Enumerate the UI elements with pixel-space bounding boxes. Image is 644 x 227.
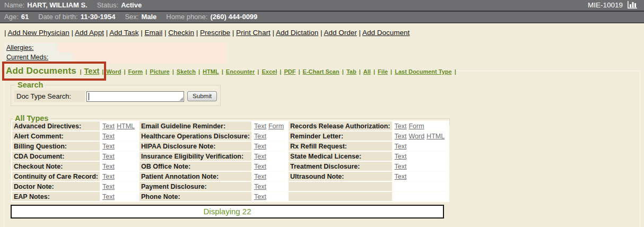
doc-type-label: CDA Document:: [12, 152, 100, 161]
allergies-link[interactable]: Allergies:: [6, 44, 33, 51]
doc-action-link-text[interactable]: Text: [102, 143, 115, 150]
doc-action-link-text[interactable]: Text: [254, 173, 266, 180]
quick-link-checkin[interactable]: Checkin: [168, 29, 194, 37]
doc-action-link-text[interactable]: Text: [254, 163, 266, 170]
quick-link-add-document[interactable]: Add Document: [362, 29, 410, 37]
separator: |: [453, 68, 456, 75]
doc-action-link-text[interactable]: Text: [102, 133, 115, 140]
doc-type-label: Advanced Directives:: [12, 121, 100, 130]
type-link-pdf[interactable]: PDF: [284, 68, 295, 75]
doc-type-label: Insurance Eligibility Verification:: [140, 152, 251, 161]
doc-action-link-text[interactable]: Text: [254, 193, 266, 200]
doc-action-link-text[interactable]: Text: [395, 163, 407, 170]
separator: |: [271, 29, 276, 37]
quick-link-print-chart[interactable]: Print Chart: [236, 29, 271, 37]
quick-link-add-new-physician[interactable]: Add New Physician: [8, 29, 69, 37]
type-link-sketch[interactable]: Sketch: [177, 68, 196, 75]
doc-type-label: Email Guideline Reminder:: [140, 121, 251, 130]
doc-action-link-text[interactable]: Text: [395, 123, 407, 130]
doc-type-label: Ultrasound Note:: [289, 172, 391, 181]
doc-action-link-text[interactable]: Text: [102, 183, 115, 190]
submit-button[interactable]: Submit: [187, 91, 217, 101]
doc-action-link-form[interactable]: Form: [408, 123, 424, 130]
type-link-all[interactable]: All: [363, 68, 371, 75]
doc-action-link-html[interactable]: HTML: [117, 123, 135, 130]
doc-action-link-text[interactable]: Text: [254, 143, 266, 150]
bar-chart-icon[interactable]: [627, 1, 639, 10]
age-value: 61: [21, 13, 29, 21]
doc-type-actions: TextWordHTML: [393, 132, 449, 141]
quick-link-add-order[interactable]: Add Order: [324, 29, 356, 37]
doc-type-search-input[interactable]: [86, 91, 184, 102]
doc-type-label: [289, 192, 391, 201]
table-row: Advanced Directives:TextHTMLEmail Guidel…: [12, 121, 448, 130]
doc-action-link-text[interactable]: Text: [395, 133, 407, 140]
type-link-excel[interactable]: Excel: [262, 68, 277, 75]
doc-action-link-text[interactable]: Text: [395, 143, 407, 150]
type-link-tab[interactable]: Tab: [346, 68, 356, 75]
doc-action-link-word[interactable]: Word: [408, 133, 424, 140]
separator: |: [341, 68, 345, 75]
resize-grip[interactable]: [179, 97, 183, 101]
search-row: Doc Type Search: Submit: [14, 91, 217, 102]
patient-name: HART, WILLIAM S.: [27, 1, 87, 9]
type-link-form[interactable]: Form: [128, 68, 143, 75]
separator: |: [357, 29, 362, 37]
doc-type-label: [289, 182, 391, 191]
doc-type-label: Healthcare Operations Disclosure:: [140, 132, 251, 141]
doc-action-link-text[interactable]: Text: [395, 153, 407, 160]
chart-id: MIE-10019: [588, 1, 623, 9]
separator: |: [372, 68, 377, 75]
type-link-text[interactable]: Text: [84, 67, 100, 75]
text-caret: [89, 93, 89, 100]
doc-action-link-text[interactable]: Text: [254, 133, 266, 140]
table-row: Continuity of Care Record:TextPatient An…: [12, 172, 448, 181]
type-link-html[interactable]: HTML: [203, 68, 219, 75]
doc-action-link-html[interactable]: HTML: [427, 133, 445, 140]
doc-type-label: Doctor Note:: [12, 182, 100, 191]
current-meds-row: Current Meds:: [4, 53, 226, 62]
quick-link-add-appt[interactable]: Add Appt: [75, 29, 104, 37]
doc-type-actions: Text: [253, 172, 288, 181]
separator: |: [318, 29, 324, 37]
doc-types-tbody: Advanced Directives:TextHTMLEmail Guidel…: [12, 121, 448, 201]
doc-type-actions: Text: [101, 132, 138, 141]
separator: |: [256, 68, 260, 75]
type-link-last-document-type[interactable]: Last Document Type: [395, 68, 451, 75]
doc-action-link-text[interactable]: Text: [102, 123, 115, 130]
separator: |: [197, 68, 202, 75]
table-row: Alert Comment:TextHealthcare Operations …: [12, 132, 448, 141]
doc-action-link-text[interactable]: Text: [254, 183, 266, 190]
doc-type-label: Treatment Disclosure:: [289, 162, 391, 171]
separator: |: [69, 29, 75, 37]
status-label: Status:: [97, 1, 118, 9]
type-link-file[interactable]: File: [378, 68, 388, 75]
doc-type-search-label: Doc Type Search:: [14, 91, 85, 102]
document-type-links: | Text | Word | Form | Picture | Sketch …: [79, 68, 457, 75]
current-meds-link[interactable]: Current Meds:: [6, 54, 48, 61]
doc-action-link-text[interactable]: Text: [102, 193, 115, 200]
doc-type-actions: Text: [101, 142, 138, 151]
doc-action-link-text[interactable]: Text: [102, 173, 115, 180]
doc-type-actions: Text: [393, 162, 449, 171]
doc-type-actions: Text: [393, 152, 449, 161]
quick-link-add-dictation[interactable]: Add Dictation: [276, 29, 318, 37]
doc-action-link-form[interactable]: Form: [268, 123, 284, 130]
doc-action-link-text[interactable]: Text: [102, 163, 115, 170]
doc-type-label: Checkout Note:: [12, 162, 100, 171]
doc-action-link-text[interactable]: Text: [254, 153, 266, 160]
quick-link-prescribe[interactable]: Prescribe: [200, 29, 230, 37]
separator: |: [389, 68, 394, 75]
quick-link-email[interactable]: Email: [144, 29, 162, 37]
doc-action-link-text[interactable]: Text: [102, 153, 115, 160]
table-row: EAP Notes:TextPhone Note:Text: [12, 192, 448, 201]
doc-type-search-input-wrap: [86, 91, 184, 102]
quick-link-add-task[interactable]: Add Task: [109, 29, 138, 37]
type-link-encounter[interactable]: Encounter: [226, 68, 255, 75]
type-link-word[interactable]: Word: [107, 68, 121, 75]
type-link-picture[interactable]: Picture: [150, 68, 169, 75]
doc-action-link-text[interactable]: Text: [254, 123, 266, 130]
doc-action-link-text[interactable]: Text: [395, 173, 407, 180]
type-link-e-chart-scan[interactable]: E-Chart Scan: [303, 68, 340, 75]
separator: |: [220, 68, 225, 75]
